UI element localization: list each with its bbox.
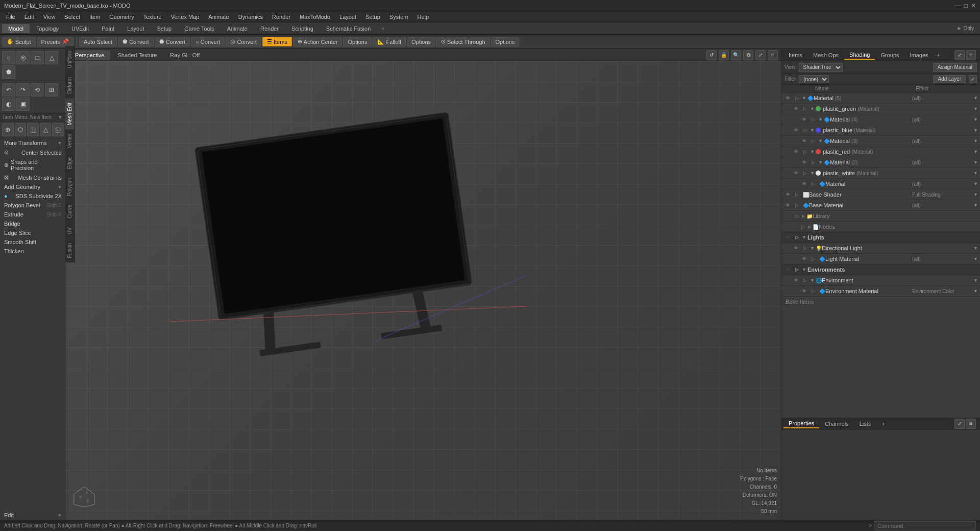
vis-icon-pb[interactable]: 👁: [792, 126, 800, 134]
transform-btn-5[interactable]: ◱: [52, 123, 64, 136]
add-props-tab-btn[interactable]: +: [876, 420, 890, 428]
filter-expand-icon[interactable]: ⤢: [969, 75, 977, 83]
options-btn-2[interactable]: Options: [407, 37, 435, 46]
vp-settings-icon[interactable]: ⚙: [743, 50, 753, 60]
menu-select[interactable]: Select: [60, 13, 84, 21]
sculpt-tool-half[interactable]: ◐: [2, 98, 15, 111]
items-btn[interactable]: ☰ Items: [262, 37, 292, 46]
sculpt-tool-undo[interactable]: ↶: [2, 83, 15, 96]
vis-icon-ndb[interactable]: ▷: [799, 223, 807, 231]
minimize-btn[interactable]: —: [955, 2, 961, 9]
menu-animate[interactable]: Animate: [204, 13, 233, 21]
tab-animate[interactable]: Animate: [221, 24, 254, 33]
window-controls[interactable]: — □ ✕: [955, 2, 976, 9]
menu-maxtomodo[interactable]: MaxToModo: [296, 13, 334, 21]
vis-icon-bmb[interactable]: ▷: [793, 201, 801, 209]
vis-icon-lmb[interactable]: ▷: [809, 255, 817, 263]
menu-view[interactable]: View: [39, 13, 60, 21]
convert-btn-3[interactable]: ○ Convert: [191, 37, 225, 46]
vis-icon-em[interactable]: 👁: [800, 287, 808, 295]
right-tab-items[interactable]: Items: [783, 51, 807, 59]
vis-icon-m3b[interactable]: ▷: [809, 137, 817, 145]
side-tab-meshedit[interactable]: Mesh Edit: [65, 98, 74, 129]
more-transforms-btn[interactable]: More Transforms ▼: [0, 138, 66, 148]
vis-icon-emb[interactable]: ▷: [809, 287, 817, 295]
vp-refresh-icon[interactable]: ↺: [706, 50, 717, 60]
options-btn-1[interactable]: Options: [343, 37, 372, 46]
presets-btn[interactable]: Presets 📌: [37, 37, 74, 46]
bridge-btn[interactable]: Bridge: [0, 219, 66, 228]
side-tab-deform[interactable]: Deform: [65, 73, 74, 98]
side-tab-edge[interactable]: Edge: [65, 153, 74, 173]
side-tab-vertex[interactable]: Vertex: [65, 129, 74, 152]
vis-icon-lib[interactable]: 👁: [783, 212, 792, 220]
menu-setup[interactable]: Setup: [361, 13, 384, 21]
tab-schematic[interactable]: Schematic Fusion: [320, 24, 377, 33]
menu-geometry[interactable]: Geometry: [105, 13, 138, 21]
vp-expand-icon[interactable]: ⤢: [755, 50, 766, 60]
props-expand-icon[interactable]: ⤢: [954, 419, 965, 429]
item-menu-header[interactable]: Item Menu: New Item ▼: [0, 113, 66, 122]
viewport[interactable]: Perspective Shaded Texture Ray GL: Off ↺…: [66, 49, 781, 520]
vis-icon-dl[interactable]: 👁: [792, 244, 800, 252]
menu-layout[interactable]: Layout: [335, 13, 360, 21]
view-select[interactable]: Shader Tree: [799, 63, 843, 72]
smooth-shift-btn[interactable]: Smooth Shift: [0, 237, 66, 247]
right-tab-images[interactable]: Images: [905, 51, 934, 59]
shader-row-plastic-red[interactable]: 👁 ▷ ▼ plastic_red (Material) ▼: [781, 147, 980, 157]
vis-icon-pr[interactable]: 👁: [792, 148, 800, 156]
props-menu-icon[interactable]: ≡: [966, 419, 976, 429]
tab-paint[interactable]: Paint: [95, 24, 120, 33]
tab-layout[interactable]: Layout: [121, 24, 150, 33]
vp-tab-perspective[interactable]: Perspective: [69, 51, 110, 60]
menu-render[interactable]: Render: [268, 13, 295, 21]
convert-btn-2[interactable]: ⬣ Convert: [155, 37, 190, 46]
filter-select[interactable]: (none): [799, 75, 829, 83]
menu-vertexmap[interactable]: Vertex Map: [167, 13, 204, 21]
vis-icon-bsb[interactable]: ▷: [793, 190, 801, 199]
shader-row-directional-light[interactable]: 👁 ▷ ▼ 💡 Directional Light ▼: [781, 243, 980, 254]
convert-btn-1[interactable]: ⬟ Convert: [118, 37, 154, 46]
shader-row-light-material[interactable]: 👁 ▷ 🔷 Light Material (all) ▼: [781, 254, 980, 264]
right-expand-icon[interactable]: ⤢: [954, 50, 965, 60]
vis-icon-pwb[interactable]: ▷: [801, 169, 809, 177]
shader-row-library[interactable]: 👁 ▷ ▶ 📁 Library: [781, 211, 980, 222]
vis-icon-bs[interactable]: 👁: [783, 190, 792, 199]
command-input[interactable]: [874, 521, 976, 530]
edge-slice-btn[interactable]: Edge Slice: [0, 228, 66, 237]
vis-icon-dlb[interactable]: ▷: [801, 244, 809, 252]
shader-row-lights-section[interactable]: 👁 ▷ ▼ Lights: [781, 232, 980, 243]
tab-uvedit[interactable]: UVEdit: [65, 24, 95, 33]
shader-row-environments[interactable]: 👁 ▷ ▼ Environments: [781, 264, 980, 275]
vp-menu-icon[interactable]: ≡: [768, 50, 778, 60]
vis-icon-pgb[interactable]: ▷: [801, 105, 809, 113]
shader-row-plastic-green[interactable]: 👁 ▷ ▼ plastic_green (Material) ▼: [781, 104, 980, 114]
snaps-precision-btn[interactable]: ⊛ Snaps and Precision: [0, 157, 66, 173]
tab-scripting[interactable]: Scripting: [285, 24, 320, 33]
menu-dynamics[interactable]: Dynamics: [234, 13, 267, 21]
side-tab-fusion[interactable]: Fusion: [65, 238, 74, 262]
sculpt-tool-circle[interactable]: ○: [2, 51, 15, 64]
center-selected-btn[interactable]: ⊙ Center Selected: [0, 148, 66, 157]
sculpt-tool-grid[interactable]: ⊞: [45, 83, 58, 96]
vis-icon-pw[interactable]: 👁: [792, 169, 800, 177]
right-tab-groups[interactable]: Groups: [875, 51, 904, 59]
tab-gametools[interactable]: Game Tools: [178, 24, 220, 33]
options-btn-3[interactable]: Options: [491, 37, 520, 46]
side-tab-uv[interactable]: UV: [65, 223, 74, 238]
vp-lock-icon[interactable]: 🔒: [719, 50, 729, 60]
shader-row-base-material[interactable]: 👁 ▷ 🔷 Base Material (all) ▼: [781, 200, 980, 211]
polygon-bevel-btn[interactable]: Polygon Bevel Shift-B: [0, 201, 66, 210]
props-tab-lists[interactable]: Lists: [854, 420, 876, 428]
viewport-canvas[interactable]: X Y Z No Items Polygons : Face Channels:…: [66, 61, 781, 520]
vis-icon-pg[interactable]: 👁: [792, 105, 800, 113]
edit-btn[interactable]: Edit ▼: [0, 511, 66, 520]
vis-icon-m3[interactable]: 👁: [800, 137, 808, 145]
shader-row-nodes[interactable]: 👁 ▷ ▶ 📄 Nodes: [781, 222, 980, 232]
props-tab-properties[interactable]: Properties: [783, 419, 819, 428]
props-tab-channels[interactable]: Channels: [820, 420, 853, 428]
vis-icon-prb[interactable]: ▷: [801, 148, 809, 156]
side-tab-curve[interactable]: Curve: [65, 200, 74, 223]
falloff-btn[interactable]: 📐 Falloff: [373, 37, 406, 46]
thicken-btn[interactable]: Thicken: [0, 247, 66, 256]
